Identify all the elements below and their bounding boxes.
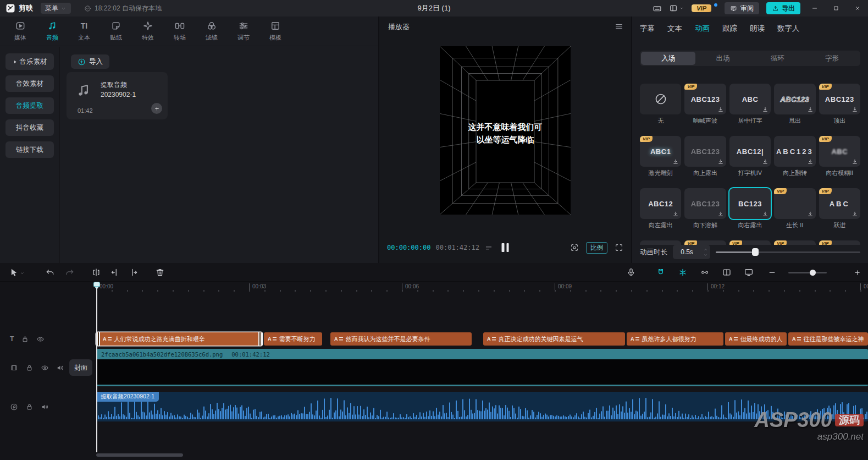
slider-knob[interactable]	[752, 248, 759, 256]
menu-button[interactable]: 菜单	[41, 3, 71, 14]
split-button[interactable]	[91, 267, 101, 277]
export-button[interactable]: 导出	[766, 2, 800, 14]
sidebar-item-douyin-favorites[interactable]: 抖音收藏	[5, 119, 54, 136]
layout-switch-button[interactable]	[669, 4, 684, 13]
review-button[interactable]: 审阅	[725, 2, 759, 14]
ratio-button[interactable]: 比例	[586, 242, 607, 254]
tab-subtitle[interactable]: 字幕	[640, 24, 655, 34]
import-button[interactable]: 导入	[71, 54, 109, 69]
cover-button[interactable]: 封面	[69, 359, 92, 376]
tab-text[interactable]: TI文本	[68, 20, 100, 42]
audio-asset-card[interactable]: 提取音频 20230902-1 01:42	[67, 72, 168, 119]
visibility-icon[interactable]	[36, 335, 45, 343]
anim-card[interactable]: ABC123 向下溶解	[684, 188, 726, 229]
video-preview[interactable]: 这并不意味着我们可 以坐等运气降临	[440, 46, 571, 215]
zoom-out-button[interactable]	[768, 269, 776, 277]
record-voiceover-button[interactable]	[626, 267, 636, 277]
preview-quality-icon[interactable]	[570, 243, 579, 252]
timeline-scrollbar[interactable]	[96, 453, 183, 457]
tab-transition[interactable]: 转场	[164, 20, 196, 42]
text-clip[interactable]: A 然而我认为这些并不是必要条件	[330, 332, 472, 346]
undo-button[interactable]	[45, 267, 55, 277]
sidebar-item-audio-extract[interactable]: 音频提取	[5, 97, 54, 114]
trim-left-button[interactable]	[110, 267, 120, 277]
auto-snap-button[interactable]	[678, 267, 688, 277]
fit-timeline-button[interactable]	[744, 267, 754, 277]
lock-icon[interactable]	[25, 403, 34, 411]
anim-card-selected[interactable]: BC123 向右露出	[729, 188, 771, 229]
select-tool-caret[interactable]	[20, 271, 25, 276]
time-ruler[interactable]: 00:00 00:03 00:06 00:09 00:12 00:1	[0, 282, 868, 293]
add-to-timeline-button[interactable]	[151, 103, 162, 114]
tab-template[interactable]: 模板	[259, 20, 291, 42]
tab-effects[interactable]: 特效	[132, 20, 164, 42]
playhead-handle[interactable]	[93, 282, 100, 287]
shortcuts-keyboard-icon[interactable]	[653, 4, 662, 13]
anim-card[interactable]: VIP 生长 II	[774, 188, 815, 229]
tab-audio[interactable]: 音频	[36, 20, 68, 42]
anim-card[interactable]: VIPABC123 呐喊声波	[684, 84, 726, 125]
text-clip[interactable]: A 真正决定成功的关键因素是运气	[483, 332, 625, 346]
main-track-magnet-button[interactable]	[656, 267, 666, 277]
tab-animation[interactable]: 动画	[695, 24, 710, 34]
anim-card[interactable]: ABC123 向上露出	[684, 136, 726, 177]
anim-card[interactable]: ABC12| 打字机IV	[729, 136, 771, 177]
tab-text-style[interactable]: 文本	[667, 24, 682, 34]
duration-stepper[interactable]: 0.5s	[673, 245, 710, 259]
tab-media[interactable]: 媒体	[4, 20, 36, 42]
render-queue-icon[interactable]	[485, 244, 493, 251]
anim-card[interactable]: ABC 居中打字	[729, 84, 771, 125]
mute-icon[interactable]	[56, 364, 64, 372]
tab-tracking[interactable]: 跟踪	[722, 24, 737, 34]
preview-axis-button[interactable]	[722, 267, 732, 277]
sidebar-item-link-download[interactable]: 链接下载	[5, 141, 54, 158]
vip-badge[interactable]: VIP	[692, 4, 711, 12]
text-clip-selected[interactable]: A 人们常说成功之路充满曲折和艰辛	[96, 332, 262, 346]
sidebar-item-music[interactable]: 音乐素材	[5, 53, 54, 70]
text-clip[interactable]: A 虽然许多人都很努力	[627, 332, 723, 346]
zoom-in-button[interactable]	[853, 269, 861, 277]
anim-card-none[interactable]: 无	[640, 84, 681, 125]
anim-card[interactable]: VIPABC 向右模糊II	[819, 136, 860, 177]
anim-card[interactable]: VIPABC 跃进	[819, 188, 860, 229]
player-menu-icon[interactable]	[615, 22, 623, 31]
anim-card[interactable]: ABC12 向左露出	[640, 188, 681, 229]
subtab-in[interactable]: 入场	[641, 52, 695, 65]
text-clip[interactable]: A 但最终成功的人	[725, 332, 787, 346]
select-tool-button[interactable]	[9, 267, 19, 277]
minimize-button[interactable]	[808, 0, 822, 17]
tab-sticker[interactable]: 贴纸	[100, 20, 132, 42]
tab-read-aloud[interactable]: 朗读	[750, 24, 765, 34]
pause-button[interactable]	[502, 243, 509, 252]
maximize-button[interactable]	[829, 0, 843, 17]
audio-clip[interactable]: 提取音频20230902-1	[96, 392, 868, 421]
text-clip[interactable]: A 需要不断努力	[264, 332, 322, 346]
subtab-loop[interactable]: 循环	[750, 52, 805, 65]
lock-icon[interactable]	[25, 364, 34, 372]
trim-right-button[interactable]	[129, 267, 139, 277]
video-clip[interactable]: 2fcaacb5a061b4a502dfe1208635c6d.png 00:0…	[96, 349, 868, 386]
caret-up-icon[interactable]	[703, 247, 708, 252]
tab-filter[interactable]: 滤镜	[196, 20, 228, 42]
sidebar-item-sound-effects[interactable]: 音效素材	[5, 75, 54, 92]
subtab-glyph[interactable]: 字形	[805, 52, 859, 65]
tab-adjust[interactable]: 调节	[228, 20, 259, 42]
lock-icon[interactable]	[21, 335, 29, 343]
caret-down-icon[interactable]	[703, 253, 708, 258]
fullscreen-icon[interactable]	[615, 243, 623, 252]
tab-digital-human[interactable]: 数字人	[777, 24, 800, 34]
text-clip[interactable]: A 往往是那些被幸运之神	[788, 332, 868, 346]
anim-card[interactable]: VIPABC1 激光雕刻	[640, 136, 681, 177]
anim-card[interactable]: ABC123 甩出	[774, 84, 815, 125]
close-button[interactable]	[850, 0, 865, 17]
timeline-zoom-slider[interactable]	[788, 267, 827, 277]
subtab-out[interactable]: 出场	[695, 52, 750, 65]
duration-slider[interactable]	[716, 245, 860, 259]
anim-card[interactable]: ABC123 向上翻转	[774, 136, 815, 177]
zoom-knob[interactable]	[810, 270, 816, 276]
redo-button[interactable]	[65, 267, 75, 277]
mute-icon[interactable]	[41, 403, 49, 411]
link-clips-button[interactable]	[700, 267, 710, 277]
delete-button[interactable]	[155, 267, 165, 277]
visibility-icon[interactable]	[41, 364, 49, 372]
